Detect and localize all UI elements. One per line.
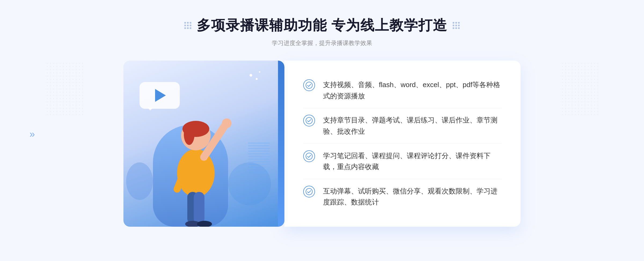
accent-bar bbox=[278, 61, 284, 227]
dot bbox=[190, 27, 191, 29]
sparkle-3 bbox=[259, 71, 260, 73]
dot bbox=[458, 25, 460, 26]
dot bbox=[190, 25, 191, 26]
dot bbox=[458, 22, 460, 24]
feature-item-2: 支持章节目录、弹题考试、课后练习、课后作业、章节测验、批改作业 bbox=[303, 110, 502, 141]
svg-point-10 bbox=[222, 118, 232, 128]
features-card: 支持视频、音频、flash、word、excel、ppt、pdf等各种格式的资源… bbox=[284, 61, 521, 227]
main-content: 支持视频、音频、flash、word、excel、ppt、pdf等各种格式的资源… bbox=[123, 61, 521, 227]
svg-point-3 bbox=[184, 124, 195, 145]
title-row: 多项录播课辅助功能 专为线上教学打造 bbox=[184, 16, 460, 35]
feature-item-4: 互动弹幕、试听购买、微信分享、观看次数限制、学习进度跟踪、数据统计 bbox=[303, 181, 502, 212]
person-illustration bbox=[148, 87, 244, 227]
dot bbox=[187, 27, 189, 29]
header-section: 多项录播课辅助功能 专为线上教学打造 学习进度全掌握，提升录播课教学效果 bbox=[184, 16, 460, 47]
dot bbox=[184, 25, 186, 26]
svg-point-11 bbox=[306, 82, 312, 88]
svg-point-14 bbox=[306, 188, 312, 195]
dot bbox=[455, 25, 457, 26]
dot bbox=[184, 27, 186, 29]
dot bbox=[187, 22, 189, 24]
feature-text-1: 支持视频、音频、flash、word、excel、ppt、pdf等各种格式的资源… bbox=[323, 79, 502, 102]
illustration-card bbox=[123, 61, 284, 227]
left-dot-grid bbox=[184, 22, 191, 29]
sparkle-1 bbox=[250, 74, 252, 77]
feature-item-3: 学习笔记回看、课程提问、课程评论打分、课件资料下载，重点内容收藏 bbox=[303, 146, 502, 177]
svg-rect-7 bbox=[194, 192, 204, 224]
chevron-left-decoration: » bbox=[30, 129, 35, 140]
bg-dots-right bbox=[561, 62, 598, 115]
right-dot-grid bbox=[453, 22, 460, 29]
sparkle-2 bbox=[256, 78, 258, 80]
divider-1 bbox=[303, 108, 502, 108]
feature-item-1: 支持视频、音频、flash、word、excel、ppt、pdf等各种格式的资源… bbox=[303, 75, 502, 106]
divider-3 bbox=[303, 179, 502, 179]
dot bbox=[453, 27, 454, 29]
page-subtitle: 学习进度全掌握，提升录播课教学效果 bbox=[184, 39, 460, 47]
dot bbox=[187, 25, 189, 26]
feature-text-3: 学习笔记回看、课程提问、课程评论打分、课件资料下载，重点内容收藏 bbox=[323, 150, 502, 173]
page-wrapper: » 多项录播课辅助功能 专为线上教学打造 bbox=[0, 0, 644, 261]
page-title: 多项录播课辅助功能 专为线上教学打造 bbox=[197, 16, 447, 35]
check-icon-1 bbox=[303, 79, 315, 91]
dot bbox=[184, 22, 186, 24]
check-icon-4 bbox=[303, 186, 315, 197]
svg-point-12 bbox=[306, 117, 312, 124]
dot bbox=[190, 22, 191, 24]
divider-2 bbox=[303, 143, 502, 144]
figure-container bbox=[140, 93, 241, 227]
svg-point-13 bbox=[306, 153, 312, 159]
dot bbox=[453, 22, 454, 24]
dot bbox=[458, 27, 460, 29]
dot bbox=[455, 22, 457, 24]
dot bbox=[453, 25, 454, 26]
feature-text-4: 互动弹幕、试听购买、微信分享、观看次数限制、学习进度跟踪、数据统计 bbox=[323, 186, 502, 208]
bg-dots-left bbox=[46, 62, 83, 115]
check-icon-3 bbox=[303, 150, 315, 162]
dot bbox=[455, 27, 457, 29]
feature-text-2: 支持章节目录、弹题考试、课后练习、课后作业、章节测验、批改作业 bbox=[323, 115, 502, 137]
check-icon-2 bbox=[303, 115, 315, 126]
